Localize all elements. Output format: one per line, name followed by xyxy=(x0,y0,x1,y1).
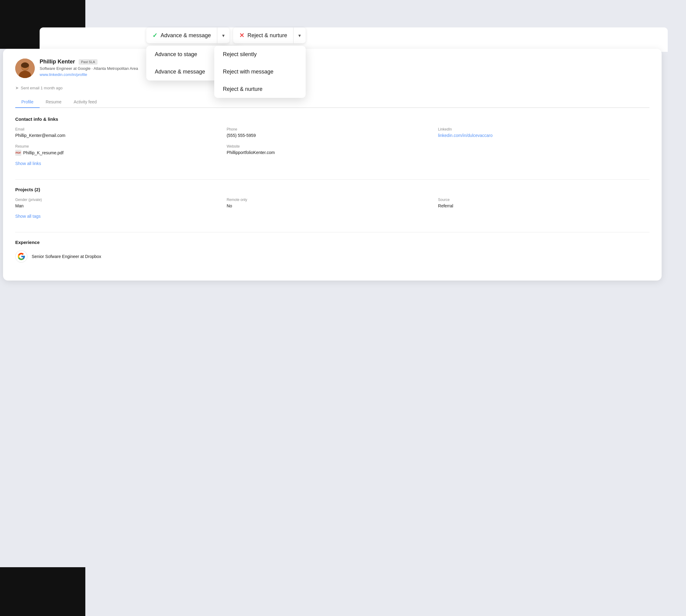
sent-email-text: Sent email 1 month ago xyxy=(21,86,63,90)
website-label: Website xyxy=(227,144,438,149)
source-value: Referral xyxy=(438,203,453,208)
advance-label: Advance & message xyxy=(161,32,211,39)
advance-dropdown-wrapper: ✓ Advance & message ▾ Advance to stage A… xyxy=(146,27,229,43)
gender-value: Man xyxy=(15,203,23,208)
candidate-name-row: Phillip Kenter Past SLA xyxy=(40,59,649,65)
reject-silently-item[interactable]: Reject silently xyxy=(214,46,306,63)
candidate-info: Phillip Kenter Past SLA Software Enginee… xyxy=(40,59,649,77)
avatar xyxy=(15,59,35,78)
gender-label: Gender (private) xyxy=(15,198,227,202)
remote-field: Remote only No xyxy=(227,198,438,208)
reject-and-nurture-item[interactable]: Reject & nurture xyxy=(214,81,306,98)
advance-arrow-button[interactable]: ▾ xyxy=(217,28,229,43)
divider-2 xyxy=(15,232,649,233)
past-sla-badge: Past SLA xyxy=(78,59,97,65)
tab-resume[interactable]: Resume xyxy=(40,96,68,108)
phone-value: (555) 555-5959 xyxy=(227,133,256,138)
candidate-header: Phillip Kenter Past SLA Software Enginee… xyxy=(15,59,649,78)
email-value: Phillip_Kenter@email.com xyxy=(15,133,65,138)
remote-value: No xyxy=(227,203,232,208)
resume-field: Resume PDF Phillip_K_resume.pdf xyxy=(15,144,227,156)
divider-1 xyxy=(15,179,649,180)
reject-dropdown-wrapper: ✕ Reject & nurture ▾ Reject silently Rej… xyxy=(233,27,306,43)
experience-section-title: Experience xyxy=(15,240,649,245)
source-field: Source Referral xyxy=(438,198,649,208)
candidate-role: Software Engineer at Google · Atlanta Me… xyxy=(40,66,649,71)
reject-with-message-item[interactable]: Reject with message xyxy=(214,63,306,81)
reject-button-group: ✕ Reject & nurture ▾ xyxy=(233,27,306,43)
check-icon: ✓ xyxy=(152,32,158,39)
avatar-image xyxy=(15,59,35,78)
candidate-name: Phillip Kenter xyxy=(40,59,75,65)
advance-main-button[interactable]: ✓ Advance & message xyxy=(146,27,217,43)
advance-chevron-icon: ▾ xyxy=(222,33,225,38)
resume-filename: Phillip_K_resume.pdf xyxy=(23,150,63,155)
action-bar: ✓ Advance & message ▾ Advance to stage A… xyxy=(146,27,306,43)
svg-point-4 xyxy=(21,63,29,68)
tags-grid: Gender (private) Man Remote only No Sour… xyxy=(15,198,649,208)
x-icon: ✕ xyxy=(239,32,245,39)
email-field: Email Phillip_Kenter@email.com xyxy=(15,127,227,138)
contact-grid: Email Phillip_Kenter@email.com Phone (55… xyxy=(15,127,649,156)
resume-label: Resume xyxy=(15,144,227,149)
show-all-tags-button[interactable]: Show all tags xyxy=(15,214,41,219)
tab-profile[interactable]: Profile xyxy=(15,96,40,108)
linkedin-label: LinkedIn xyxy=(438,127,649,131)
reject-arrow-button[interactable]: ▾ xyxy=(294,28,306,43)
resume-value-row: PDF Phillip_K_resume.pdf xyxy=(15,150,227,156)
advance-button-group: ✓ Advance & message ▾ xyxy=(146,27,229,43)
phone-field: Phone (555) 555-5959 xyxy=(227,127,438,138)
contact-section-title: Contact info & links xyxy=(15,116,649,122)
remote-label: Remote only xyxy=(227,198,438,202)
projects-section-title: Projects (2) xyxy=(15,187,649,192)
sent-email-row: ➤ Sent email 1 month ago xyxy=(15,85,649,90)
reject-main-button[interactable]: ✕ Reject & nurture xyxy=(233,27,294,43)
reject-dropdown-menu: Reject silently Reject with message Reje… xyxy=(214,46,306,98)
website-field: Website PhillipportfolioKenter.com xyxy=(227,144,438,156)
gender-field: Gender (private) Man xyxy=(15,198,227,208)
phone-label: Phone xyxy=(227,127,438,131)
main-card: Phillip Kenter Past SLA Software Enginee… xyxy=(3,49,662,281)
tabs: Profile Resume Activity feed xyxy=(15,96,649,108)
reject-chevron-icon: ▾ xyxy=(298,33,301,38)
reject-label: Reject & nurture xyxy=(248,32,287,39)
background-card xyxy=(40,27,668,52)
linkedin-field: LinkedIn linkedin.com/in/dulcevaccaro xyxy=(438,127,649,138)
google-logo xyxy=(17,252,26,261)
pdf-icon: PDF xyxy=(15,150,21,156)
show-all-links-button[interactable]: Show all links xyxy=(15,161,41,166)
source-label: Source xyxy=(438,198,649,202)
linkedin-value[interactable]: linkedin.com/in/dulcevaccaro xyxy=(438,133,493,138)
website-value: PhillipportfolioKenter.com xyxy=(227,150,275,155)
candidate-linkedin-link[interactable]: www.linkedin.com/in/profile xyxy=(40,72,87,77)
dark-corner-bottom-left xyxy=(0,567,85,616)
tab-activity-feed[interactable]: Activity feed xyxy=(68,96,103,108)
send-icon: ➤ xyxy=(15,85,19,90)
company-logo xyxy=(15,250,27,263)
experience-title: Senior Sofware Engineer at Dropbox xyxy=(32,254,101,259)
experience-item: Senior Sofware Engineer at Dropbox xyxy=(15,250,649,263)
email-label: Email xyxy=(15,127,227,131)
